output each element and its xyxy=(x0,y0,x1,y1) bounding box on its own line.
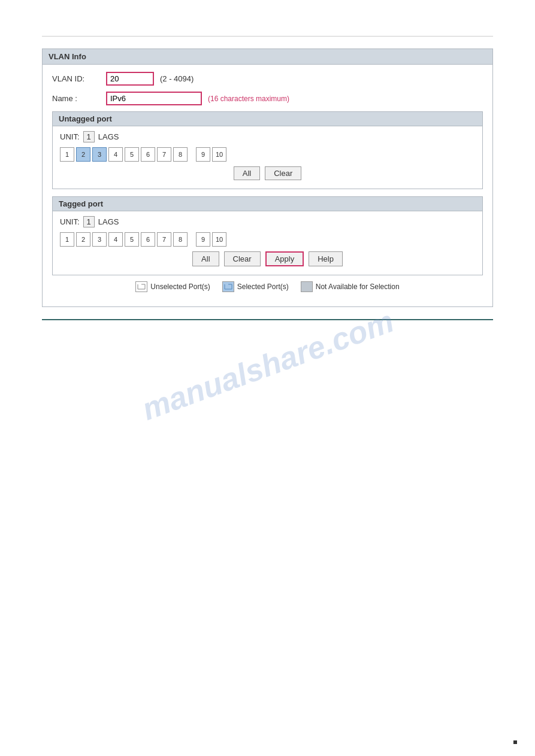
unavailable-icon xyxy=(301,281,313,292)
untagged-port-9[interactable]: 9 xyxy=(196,147,210,162)
tagged-port-2[interactable]: 2 xyxy=(76,232,90,247)
vlan-id-hint: (2 - 4094) xyxy=(160,74,194,83)
unavailable-label: Not Available for Selection xyxy=(316,283,400,291)
untagged-all-button[interactable]: All xyxy=(234,166,260,180)
untagged-unit-lags: LAGS xyxy=(98,132,119,141)
tagged-port-title: Tagged port xyxy=(53,197,482,211)
untagged-unit-label: UNIT: xyxy=(60,132,80,141)
untagged-port-8[interactable]: 8 xyxy=(173,147,188,162)
tagged-port-7[interactable]: 7 xyxy=(157,232,171,247)
name-input[interactable] xyxy=(106,92,202,105)
tagged-port-10[interactable]: 10 xyxy=(212,232,226,247)
untagged-unit-value: 1 xyxy=(83,131,95,142)
tagged-clear-button[interactable]: Clear xyxy=(224,251,261,266)
untagged-port-3[interactable]: 3 xyxy=(92,147,107,162)
untagged-port-6[interactable]: 6 xyxy=(141,147,155,162)
untagged-port-10[interactable]: 10 xyxy=(212,147,226,162)
legend-unselected: Unselected Port(s) xyxy=(135,281,210,292)
unselected-label: Unselected Port(s) xyxy=(150,283,210,291)
selected-label: Selected Port(s) xyxy=(237,283,289,291)
legend-unavailable: Not Available for Selection xyxy=(301,281,400,292)
vlan-id-input[interactable] xyxy=(106,72,154,86)
tagged-all-button[interactable]: All xyxy=(192,251,219,266)
vlan-info-title: VLAN Info xyxy=(43,49,492,65)
name-label: Name : xyxy=(52,94,106,103)
tagged-port-9[interactable]: 9 xyxy=(196,232,210,247)
tagged-port-8[interactable]: 8 xyxy=(173,232,188,247)
tagged-port-4[interactable]: 4 xyxy=(108,232,123,247)
tagged-port-6[interactable]: 6 xyxy=(141,232,155,247)
tagged-unit-lags: LAGS xyxy=(98,217,119,226)
legend-selected: Selected Port(s) xyxy=(222,281,289,292)
tagged-port-1[interactable]: 1 xyxy=(60,232,74,247)
tagged-unit-value: 1 xyxy=(83,216,95,227)
unselected-icon xyxy=(135,281,147,292)
tagged-port-3[interactable]: 3 xyxy=(92,232,107,247)
untagged-clear-button[interactable]: Clear xyxy=(265,166,301,180)
help-button[interactable]: Help xyxy=(309,251,343,266)
tagged-unit-label: UNIT: xyxy=(60,217,80,226)
name-hint: (16 characters maximum) xyxy=(208,95,289,103)
selected-icon xyxy=(222,281,234,292)
apply-button[interactable]: Apply xyxy=(265,251,304,266)
bottom-dot xyxy=(513,740,517,744)
untagged-port-2[interactable]: 2 xyxy=(76,147,90,162)
untagged-port-1[interactable]: 1 xyxy=(60,147,74,162)
untagged-port-5[interactable]: 5 xyxy=(125,147,139,162)
untagged-port-7[interactable]: 7 xyxy=(157,147,171,162)
vlan-id-label: VLAN ID: xyxy=(52,74,106,83)
tagged-port-5[interactable]: 5 xyxy=(125,232,139,247)
untagged-port-4[interactable]: 4 xyxy=(108,147,123,162)
watermark: manualsharе.com xyxy=(137,303,398,427)
untagged-port-title: Untagged port xyxy=(53,112,482,126)
